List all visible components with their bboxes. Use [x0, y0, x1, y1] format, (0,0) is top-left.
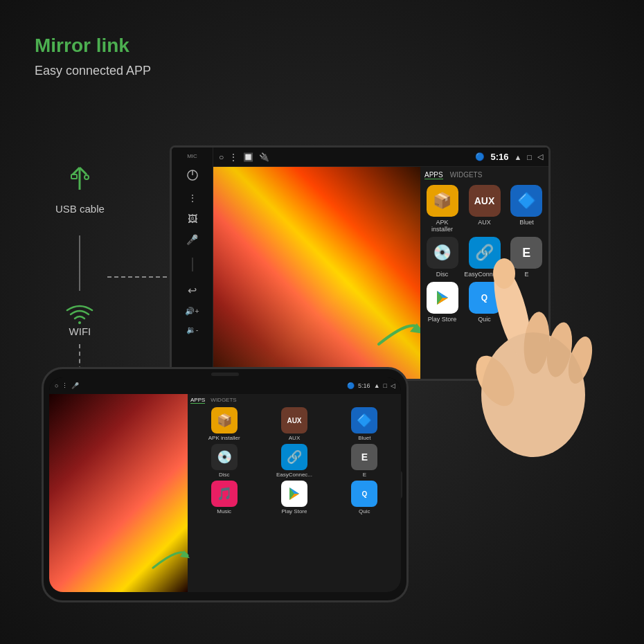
phone-tab-widgets[interactable]: WIDGETS — [211, 397, 236, 404]
disc-icon: 💿 — [427, 237, 458, 269]
app-bluetooth[interactable]: 🔷 Bluet — [509, 185, 544, 233]
wifi-icon — [66, 305, 93, 325]
hand-svg — [457, 242, 609, 464]
phone-back-icon: ◁ — [391, 382, 395, 389]
divider — [192, 258, 193, 271]
screenshot-icon: 🔲 — [243, 152, 253, 162]
phone-container: ○ ⋮ 🎤 🔵 5:16 ▲ □ ◁ — [42, 367, 409, 602]
phone-tab-apps[interactable]: APPS — [190, 397, 205, 404]
phone-quick-icon: Q — [351, 481, 377, 507]
bluetooth-icon: 🔵 — [475, 152, 485, 161]
phone-bt-icon: 🔵 — [347, 382, 355, 389]
square-icon: □ — [527, 153, 532, 161]
tab-widgets[interactable]: WIDGETS — [450, 171, 483, 179]
phone-body: ○ ⋮ 🎤 🔵 5:16 ▲ □ ◁ — [42, 367, 409, 602]
app-aux[interactable]: AUX AUX — [464, 185, 505, 233]
phone-app-easyconnect[interactable]: 🔗 EasyConnec... — [260, 444, 328, 478]
disc-label: Disc — [436, 271, 449, 278]
aux-icon: AUX — [469, 185, 501, 217]
status-bar-left-icons: ○ ⋮ 🔲 🔌 — [219, 152, 269, 162]
phone-apps-tabs: APPS WIDGETS — [190, 397, 398, 404]
image-icon[interactable]: 🖼 — [188, 213, 197, 224]
phone-easyconnect-label: EasyConnec... — [276, 472, 312, 478]
page-subtitle: Easy connected APP — [35, 64, 151, 78]
phone-swipe-arrow — [150, 540, 191, 571]
phone-video-area — [49, 394, 188, 592]
apk-installer-label: APK installer — [424, 219, 460, 233]
phone-easyconnect-icon: 🔗 — [281, 444, 307, 470]
phone-time: 5:16 — [358, 382, 370, 389]
left-connection-panel: USB cable WIFI — [55, 166, 105, 386]
phone-music-label: Music — [217, 508, 231, 515]
circle-icon: ○ — [219, 152, 224, 162]
phone-screen: ○ ⋮ 🎤 🔵 5:16 ▲ □ ◁ — [49, 377, 401, 592]
menu-icon[interactable]: ⋮ — [188, 193, 197, 204]
wifi-label: WIFI — [69, 325, 91, 337]
app-apk-installer[interactable]: 📦 APK installer — [424, 185, 460, 233]
dots-icon: ⋮ — [229, 152, 238, 162]
phone-circle-icon: ○ — [55, 382, 58, 389]
status-time: 5:16 — [490, 152, 508, 162]
svg-point-15 — [493, 258, 515, 289]
phone-mic-icon: 🎤 — [71, 382, 79, 389]
phone-status-bar: ○ ⋮ 🎤 🔵 5:16 ▲ □ ◁ — [49, 377, 401, 394]
svg-point-4 — [84, 175, 89, 179]
page-title: Mirror link — [35, 35, 151, 57]
mic-label: MIC — [187, 153, 197, 159]
phone-disc-icon: 💿 — [211, 444, 238, 470]
phone-dots-icon: ⋮ — [62, 382, 68, 389]
phone-app-disc[interactable]: 💿 Disc — [190, 444, 258, 478]
svg-point-20 — [481, 332, 585, 457]
bluetooth-label: Bluet — [519, 219, 534, 226]
phone-aux-icon: AUX — [281, 407, 307, 433]
phone-app-e[interactable]: E E — [331, 444, 398, 478]
aux-label: AUX — [478, 219, 491, 226]
phone-disc-label: Disc — [219, 472, 230, 478]
phone-square-icon: □ — [384, 382, 387, 389]
svg-point-5 — [78, 321, 81, 324]
bluetooth-app-icon: 🔷 — [510, 185, 542, 217]
phone-app-bluetooth[interactable]: 🔷 Bluet — [331, 407, 398, 441]
volume-up-icon[interactable]: 🔊+ — [185, 307, 199, 316]
phone-signal-icon: ▲ — [374, 382, 380, 389]
car-video-area — [213, 167, 420, 379]
wifi-dashed-connector — [107, 270, 177, 284]
phone-app-play-store[interactable]: Play Store — [260, 481, 328, 515]
phone-camera-notch — [211, 373, 239, 376]
green-swipe-arrow — [372, 310, 420, 351]
phone-e-label: E — [363, 472, 366, 478]
mic-icon[interactable]: 🎤 — [186, 234, 198, 245]
phone-bt-label: Bluet — [358, 435, 370, 441]
phone-bt-app-icon: 🔷 — [351, 407, 377, 433]
apk-installer-icon: 📦 — [427, 185, 458, 217]
header-section: Mirror link Easy connected APP — [35, 35, 151, 78]
phone-quick-label: Quic — [359, 508, 370, 515]
app-disc[interactable]: 💿 Disc — [424, 237, 460, 278]
phone-status-right: 🔵 5:16 ▲ □ ◁ — [347, 382, 395, 389]
tab-apps[interactable]: APPS — [424, 171, 443, 179]
phone-app-apk[interactable]: 📦 APK installer — [190, 407, 258, 441]
vertical-connector-line — [79, 235, 80, 291]
back-icon[interactable]: ↩ — [188, 284, 197, 297]
play-store-label: Play Store — [428, 316, 457, 323]
triangle-icon: ◁ — [537, 152, 543, 161]
phone-app-aux[interactable]: AUX AUX — [260, 407, 328, 441]
play-store-icon — [427, 282, 458, 314]
phone-app-panel: APPS WIDGETS 📦 APK installer AUX AUX — [188, 394, 401, 592]
power-icon[interactable] — [186, 169, 199, 183]
volume-down-icon[interactable]: 🔉- — [186, 325, 199, 334]
phone-app-music[interactable]: 🎵 Music — [190, 481, 258, 515]
phone-app-grid: 📦 APK installer AUX AUX 🔷 Bluet — [190, 407, 398, 515]
car-sidebar: MIC ⋮ 🖼 🎤 ↩ 🔊+ 🔉- RST — [172, 147, 213, 379]
svg-rect-3 — [71, 175, 77, 179]
phone-content: APPS WIDGETS 📦 APK installer AUX AUX — [49, 394, 401, 592]
phone-e-icon: E — [351, 444, 377, 470]
phone-play-store-label: Play Store — [282, 508, 307, 515]
apps-tabs-bar: APPS WIDGETS — [424, 171, 544, 179]
phone-play-store-icon — [281, 481, 307, 507]
signal-icon: ▲ — [514, 153, 521, 161]
phone-apk-icon: 📦 — [211, 407, 238, 433]
usb-label: USB cable — [55, 203, 105, 215]
app-play-store[interactable]: Play Store — [424, 282, 460, 323]
phone-app-quick[interactable]: Q Quic — [331, 481, 398, 515]
